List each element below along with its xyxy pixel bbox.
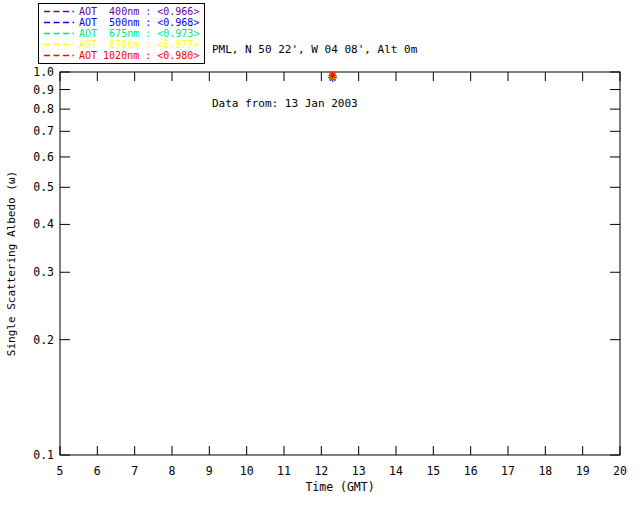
y-tick-label: 0.4 xyxy=(33,217,54,231)
x-tick-label: 13 xyxy=(352,464,366,478)
y-tick-label: 0.3 xyxy=(33,265,54,279)
x-tick-label: 20 xyxy=(613,464,627,478)
x-tick-label: 16 xyxy=(464,464,478,478)
ssa-chart-page: 5678910111213141516171819201.00.90.80.70… xyxy=(0,0,640,512)
y-tick-label: 0.1 xyxy=(33,448,54,462)
legend-box: AOT 400nm : <0.966>AOT 500nm : <0.968>AO… xyxy=(38,3,205,64)
legend-item: AOT 675nm : <0.973> xyxy=(44,28,199,39)
y-tick-label: 0.8 xyxy=(33,102,54,116)
data-date-line: Data from: 13 Jan 2003 xyxy=(212,95,417,113)
legend-label: AOT 500nm : <0.968> xyxy=(79,17,199,28)
y-tick-label: 0.6 xyxy=(33,150,54,164)
x-tick-label: 14 xyxy=(389,464,403,478)
y-tick-label: 0.2 xyxy=(33,333,54,347)
x-axis-title: Time (GMT) xyxy=(305,480,374,494)
x-tick-label: 11 xyxy=(277,464,291,478)
legend-label: AOT 870nm : <0.977> xyxy=(79,39,199,50)
legend-label: AOT 675nm : <0.973> xyxy=(79,28,199,39)
legend-dash-sample xyxy=(44,31,74,36)
legend-dash-sample xyxy=(44,42,74,47)
legend-item: AOT 870nm : <0.977> xyxy=(44,39,199,50)
x-tick-label: 19 xyxy=(576,464,590,478)
x-tick-label: 12 xyxy=(314,464,328,478)
legend-item: AOT 400nm : <0.966> xyxy=(44,6,199,17)
x-tick-label: 5 xyxy=(57,464,64,478)
station-header: PML, N 50 22', W 04 08', Alt 0m Data fro… xyxy=(212,5,417,149)
legend-label: AOT 400nm : <0.966> xyxy=(79,6,199,17)
legend-item: AOT 1020nm : <0.980> xyxy=(44,50,199,61)
x-tick-label: 17 xyxy=(501,464,515,478)
y-tick-label: 1.0 xyxy=(33,65,54,79)
legend-item: AOT 500nm : <0.968> xyxy=(44,17,199,28)
y-axis-title: Single Scattering Albedo (ω) xyxy=(5,171,18,356)
legend-dash-sample xyxy=(44,9,74,14)
y-tick-label: 0.5 xyxy=(33,180,54,194)
x-tick-label: 9 xyxy=(206,464,213,478)
y-tick-label: 0.9 xyxy=(33,83,54,97)
x-tick-label: 18 xyxy=(538,464,552,478)
y-tick-label: 0.7 xyxy=(33,124,54,138)
x-tick-label: 8 xyxy=(169,464,176,478)
station-info-line: PML, N 50 22', W 04 08', Alt 0m xyxy=(212,41,417,59)
legend-label: AOT 1020nm : <0.980> xyxy=(79,50,199,61)
x-tick-label: 10 xyxy=(240,464,254,478)
legend-dash-sample xyxy=(44,20,74,25)
x-tick-label: 6 xyxy=(94,464,101,478)
x-tick-label: 7 xyxy=(131,464,138,478)
x-tick-label: 15 xyxy=(426,464,440,478)
legend-dash-sample xyxy=(44,53,74,58)
